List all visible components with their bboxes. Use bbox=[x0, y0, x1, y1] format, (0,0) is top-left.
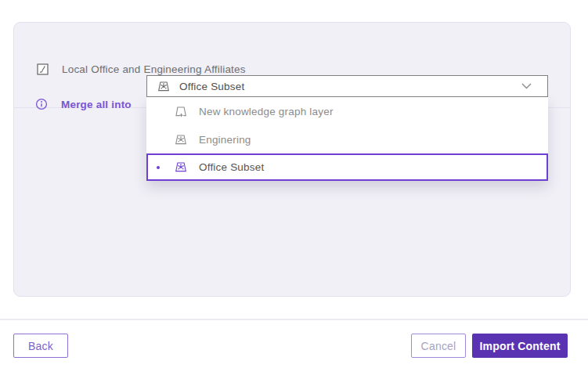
info-icon[interactable] bbox=[35, 98, 48, 110]
source-layer-row: Local Office and Engineering Affiliates bbox=[37, 63, 246, 75]
merge-row: Merge all into bbox=[35, 98, 132, 110]
menu-item-label: Office Subset bbox=[199, 161, 264, 173]
merge-target-select[interactable]: Office Subset bbox=[146, 75, 548, 97]
merge-target-menu: New knowledge graph layer Enginering bbox=[146, 97, 548, 181]
knowledge-graph-layer-icon bbox=[157, 80, 171, 93]
selected-layer-value: Office Subset bbox=[179, 81, 513, 92]
selected-bullet-dot bbox=[157, 166, 160, 169]
menu-item-office-subset-selected[interactable]: Office Subset bbox=[146, 153, 548, 181]
import-content-button[interactable]: Import Content bbox=[472, 334, 568, 358]
menu-item-label: Enginering bbox=[199, 134, 251, 146]
knowledge-graph-layer-icon bbox=[174, 133, 188, 146]
merge-all-into-label: Merge all into bbox=[61, 99, 132, 110]
back-button[interactable]: Back bbox=[13, 334, 68, 358]
source-layer-label: Local Office and Engineering Affiliates bbox=[62, 63, 246, 75]
knowledge-graph-layer-icon bbox=[174, 161, 188, 174]
cancel-button[interactable]: Cancel bbox=[411, 334, 466, 358]
footer-divider bbox=[0, 319, 588, 320]
menu-item-label: New knowledge graph layer bbox=[199, 106, 334, 117]
menu-item-enginering[interactable]: Enginering bbox=[146, 125, 548, 153]
new-knowledge-graph-layer-icon bbox=[174, 105, 188, 118]
layer-edit-checkbox-icon[interactable] bbox=[37, 63, 49, 75]
chevron-down-icon bbox=[521, 83, 532, 89]
menu-item-new-knowledge-graph-layer[interactable]: New knowledge graph layer bbox=[146, 97, 548, 125]
